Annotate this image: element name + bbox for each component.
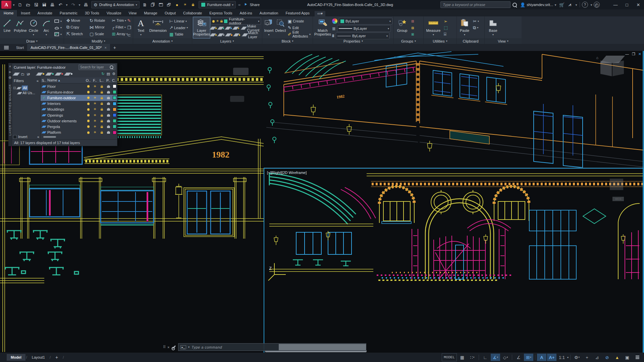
edit-attributes-button[interactable]: ✐Edit Attributes▾ <box>287 31 312 37</box>
dimension-button[interactable]: Dimension <box>148 17 168 38</box>
new-layout-button[interactable]: + <box>51 353 62 361</box>
help-dropdown-icon[interactable]: ▾ <box>589 1 594 8</box>
ribbon-options-icon[interactable]: ▭▾ <box>315 11 325 16</box>
notification-icon[interactable]: ◴ <box>594 2 600 8</box>
edit-block-button[interactable]: ✎Edit <box>287 25 312 31</box>
viewport-controls-label[interactable]: [+][Right][2D Wireframe] <box>267 171 307 175</box>
workspace-selector[interactable]: ⚙ Drafting & Annotation ▾ <box>91 1 140 8</box>
command-prompt-icon[interactable]: ▸_ <box>180 345 186 349</box>
invert-checkbox[interactable] <box>13 135 17 139</box>
autodesk-dropdown-icon[interactable]: ▾ <box>574 1 579 8</box>
table-button[interactable]: ▦Table <box>168 31 189 37</box>
viewcube-right-face[interactable]: RIGHT <box>610 179 623 190</box>
close-tab-icon[interactable]: × <box>104 46 106 50</box>
minimize-button[interactable]: — <box>610 0 621 9</box>
clean-screen-icon[interactable]: ▣ <box>623 354 632 361</box>
paste-button[interactable]: Paste▾ <box>458 17 471 38</box>
create-block-button[interactable]: ▣Create <box>287 18 312 24</box>
clipboard-panel-footer[interactable]: Clipboard <box>457 38 484 44</box>
osnap-tracking-toggle[interactable]: ∠ <box>514 354 523 361</box>
ortho-toggle[interactable]: ∟ <box>481 354 490 361</box>
collapse-filters-icon[interactable]: « <box>37 79 39 83</box>
hatch-button[interactable]: ▾ <box>53 31 63 37</box>
command-grip-icon[interactable]: ⠿ <box>163 345 165 349</box>
mirror-button[interactable]: ⋈Mirror <box>89 24 109 30</box>
file-tab-document[interactable]: AutoCAD-FY25_Fire-...-Book-Cafe_01_3D* × <box>27 44 110 51</box>
annotation-panel-footer[interactable]: Annotation▾ <box>133 38 192 44</box>
rotate-button[interactable]: ↻Rotate <box>89 17 109 23</box>
detect-button[interactable]: Detect <box>275 17 286 38</box>
user-dropdown-icon[interactable]: ▾ <box>553 1 558 8</box>
sheet-set-icon[interactable]: 🗔 <box>157 1 165 8</box>
annotation-visibility-toggle[interactable]: A <box>537 354 546 361</box>
minimize-drawing-icon[interactable]: — <box>625 52 629 56</box>
groups-panel-footer[interactable]: Groups▾ <box>394 38 423 44</box>
view-cube[interactable] <box>600 56 625 78</box>
tab-output[interactable]: Output <box>161 10 179 16</box>
set-current-layer-icon[interactable] <box>64 72 71 76</box>
collapse-icon[interactable]: « <box>37 135 39 139</box>
revision-cloud-button[interactable]: ▾ <box>53 25 63 31</box>
refresh-icon[interactable]: ↻ <box>102 72 105 76</box>
filter-tree-all[interactable]: ⊟ All <box>13 85 39 90</box>
rectangle-tool-button[interactable]: ▾ <box>53 18 63 24</box>
layer-dropdown[interactable]: ☀ Furniture-outdoor ▾ <box>211 18 261 24</box>
model-space-toggle[interactable]: MODEL <box>442 353 457 361</box>
tab-express-tools[interactable]: Express Tools <box>206 10 236 16</box>
autodesk-icon[interactable]: ⩘ <box>566 1 574 8</box>
undo-dropdown-icon[interactable]: ▾ <box>64 1 69 8</box>
save-as-icon[interactable]: 🖬 <box>40 1 48 8</box>
stack-chevron-icon[interactable]: ≂ <box>237 1 242 8</box>
close-button[interactable]: ✕ <box>633 0 644 9</box>
grid-scrollbar[interactable] <box>43 136 56 138</box>
viewport-scrollbar[interactable] <box>643 51 644 353</box>
layer-row-floor[interactable]: Floor ☀ <box>41 83 117 89</box>
polyline-button[interactable]: Polyline <box>14 17 27 38</box>
layer-row-furniture-indoor[interactable]: Furniture-indoor ☀ <box>41 89 117 95</box>
move-button[interactable]: ✥Move <box>65 17 87 23</box>
palette-gear-icon[interactable]: ▤ <box>107 72 110 76</box>
redo-dropdown-icon[interactable]: ▾ <box>77 1 82 8</box>
layer-row-platform[interactable]: Platform ☀ <box>41 130 117 135</box>
help-icon[interactable]: ? <box>582 2 588 8</box>
linear-dimension-button[interactable]: ⊢Linear▾ <box>168 18 189 24</box>
circle-button[interactable]: Circle▾ <box>28 17 40 38</box>
new-frozen-layer-icon[interactable] <box>45 72 53 76</box>
select-window-button[interactable]: ⬚ <box>443 25 449 31</box>
cut-clip-button[interactable]: ✂▾ <box>472 18 480 24</box>
autocad-logo[interactable]: A <box>1 1 11 9</box>
lineweight-dropdown[interactable]: ByLayer▾ <box>337 25 391 32</box>
drawing-area[interactable]: 1982 <box>0 51 644 353</box>
tab-visualize[interactable]: Visualize <box>103 10 125 16</box>
tab-view[interactable]: View <box>125 10 141 16</box>
ungroup-button[interactable]: ⧈ <box>410 18 415 24</box>
share-button[interactable]: Share <box>250 3 260 7</box>
filter-tree-all-used[interactable]: All Us... <box>13 90 39 96</box>
properties-panel-footer[interactable]: Properties▾ <box>313 38 393 44</box>
utilities-panel-footer[interactable]: Utilities▾ <box>424 38 457 44</box>
layer-row-pergola[interactable]: Pergola ☀ <box>41 124 117 129</box>
explode-button[interactable]: ❒ <box>126 25 132 31</box>
arc-button[interactable]: Arc▾ <box>40 17 52 38</box>
leader-button[interactable]: ↗Leader▾ <box>168 25 189 31</box>
workspace-switching-icon[interactable]: ⚙▾ <box>572 354 582 361</box>
isodraft-toggle[interactable]: ◇▾ <box>501 354 510 361</box>
viewcube-home-icon[interactable]: ⌂ <box>596 56 598 60</box>
group-select-button[interactable]: ⧆ <box>410 31 415 37</box>
layers-panel-footer[interactable]: Layers▾ <box>192 38 262 44</box>
layout1-tab[interactable]: Layout1 <box>28 354 49 361</box>
view-panel-footer[interactable]: View▾ <box>485 38 522 44</box>
close-palette-icon[interactable]: × <box>9 64 11 68</box>
scale-button[interactable]: ▢Scale <box>89 31 109 37</box>
stretch-button[interactable]: ⇱Stretch <box>65 31 87 37</box>
tab-manage[interactable]: Manage <box>140 10 161 16</box>
layer-row-outdoor-elements[interactable]: Outdoor elements ☀ <box>41 118 117 124</box>
palette-options-icon[interactable]: ⚙ <box>112 72 115 76</box>
logo-dropdown-icon[interactable]: ▾ <box>11 1 16 8</box>
redo-icon[interactable]: ↷ <box>69 1 77 8</box>
model-tab[interactable]: Model <box>7 354 25 361</box>
graphics-performance-icon[interactable]: ▲ <box>612 354 622 361</box>
tab-3d-tools[interactable]: 3D Tools <box>81 10 103 16</box>
tab-automation[interactable]: Automation <box>256 10 282 16</box>
quick-layer-dropdown[interactable]: Furniture-outd ▾ <box>199 1 236 8</box>
